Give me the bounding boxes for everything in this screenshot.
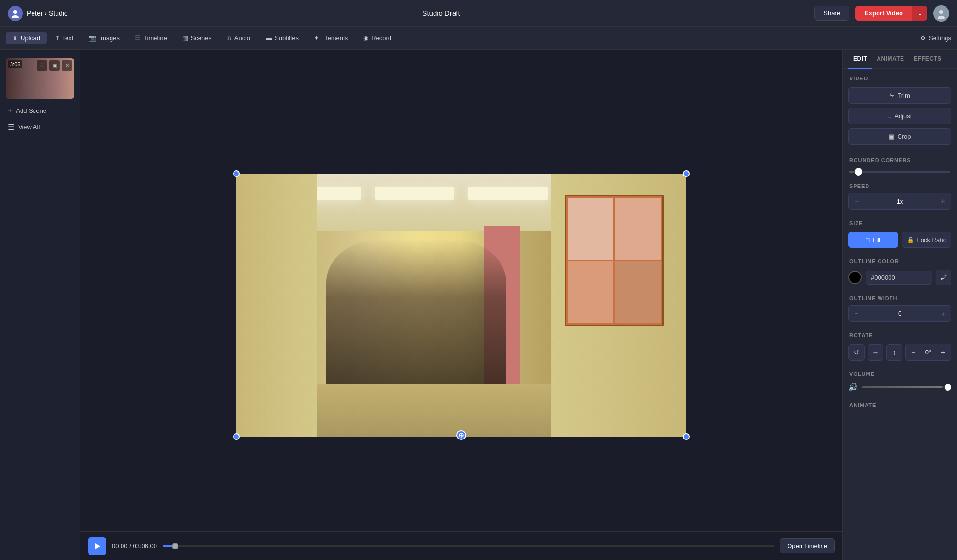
- progress-bar[interactable]: [163, 545, 774, 547]
- animate-header: ANIMATE: [843, 395, 957, 412]
- tab-effects[interactable]: EFFECTS: [909, 50, 946, 69]
- tab-edit[interactable]: EDIT: [848, 50, 872, 69]
- upload-icon: ⇧: [12, 34, 18, 42]
- color-swatch[interactable]: [848, 271, 862, 284]
- scene-time: 3:06: [8, 60, 22, 68]
- view-all-label: View All: [18, 123, 40, 131]
- scene-thumbnail[interactable]: 3:06 ☰ ▣ ✕: [6, 58, 74, 99]
- audio-label: Audio: [234, 34, 250, 42]
- eyedropper-button[interactable]: 🖍: [936, 270, 951, 285]
- flip-h-button[interactable]: ↔: [868, 344, 884, 361]
- subtitles-label: Subtitles: [275, 34, 299, 42]
- main-content: 3:06 ☰ ▣ ✕ + Add Scene ☰ View All: [0, 50, 957, 560]
- timeline-label: Timeline: [144, 34, 167, 42]
- color-value[interactable]: #000000: [866, 271, 932, 285]
- flip-v-button[interactable]: ↕: [886, 344, 902, 361]
- scene-actions: ☰ ▣ ✕: [37, 60, 72, 71]
- handle-top-right[interactable]: [683, 170, 690, 177]
- export-button-group: Export Video ⌄: [855, 6, 927, 21]
- volume-fill: [862, 386, 942, 388]
- outline-increase-button[interactable]: +: [935, 306, 951, 321]
- view-all-button[interactable]: ☰ View All: [0, 119, 80, 135]
- elements-button[interactable]: ✦ Elements: [307, 32, 355, 44]
- handle-top-left[interactable]: [233, 170, 240, 177]
- corridor-scene: [236, 174, 686, 437]
- record-icon: ◉: [363, 34, 368, 42]
- rotate-degrees: 0°: [922, 345, 935, 360]
- avatar: [8, 6, 23, 21]
- rotate-header: ROTATE: [843, 326, 957, 342]
- video-section-header: VIDEO: [843, 69, 957, 85]
- outline-decrease-button[interactable]: −: [849, 306, 865, 321]
- play-button[interactable]: [88, 537, 106, 555]
- subtitles-icon: ▬: [266, 34, 272, 42]
- rotate-ccw-button[interactable]: ↺: [848, 344, 865, 361]
- record-button[interactable]: ◉ Record: [356, 32, 398, 44]
- scene-delete-button[interactable]: ✕: [62, 60, 72, 71]
- svg-marker-7: [95, 543, 100, 549]
- progress-thumb[interactable]: [172, 543, 178, 549]
- user-link[interactable]: Peter: [27, 10, 43, 17]
- crop-icon: ▣: [889, 133, 894, 140]
- light-3: [468, 187, 548, 200]
- speed-control: − 1x +: [848, 193, 951, 210]
- adjust-label: Adjust: [894, 112, 912, 120]
- speed-increase-button[interactable]: +: [935, 193, 951, 209]
- export-chevron-button[interactable]: ⌄: [912, 6, 927, 21]
- playback-bar: 00.00 / 03:06.00 Open Timeline: [80, 531, 842, 560]
- video-controls: ✁ Trim ≡ Adjust ▣ Crop: [843, 85, 957, 151]
- rotate-increase-button[interactable]: +: [935, 344, 951, 360]
- scene-list-icon[interactable]: ☰: [37, 60, 47, 71]
- right-panel-tabs: EDIT ANIMATE EFFECTS: [843, 50, 957, 69]
- handle-bottom-center[interactable]: [456, 430, 466, 440]
- rotate-decrease-button[interactable]: −: [906, 344, 922, 360]
- upload-button[interactable]: ⇧ Upload: [6, 32, 47, 44]
- current-time: 00.00: [112, 542, 128, 549]
- user-avatar[interactable]: [933, 5, 949, 22]
- tab-animate[interactable]: ANIMATE: [872, 50, 909, 69]
- settings-button[interactable]: ⚙ Settings: [920, 34, 951, 42]
- open-timeline-button[interactable]: Open Timeline: [780, 538, 835, 553]
- slider-fill: [849, 171, 855, 173]
- size-row: □ Fill 🔒 Lock Ratio: [843, 230, 957, 252]
- upload-label: Upload: [21, 34, 40, 42]
- rounded-corners-slider[interactable]: [849, 171, 950, 173]
- outline-width-control: − 0 +: [848, 305, 951, 322]
- adjust-button[interactable]: ≡ Adjust: [848, 108, 951, 124]
- volume-thumb[interactable]: [945, 384, 951, 391]
- speed-decrease-button[interactable]: −: [849, 193, 865, 209]
- fill-button[interactable]: □ Fill: [848, 232, 898, 248]
- add-scene-button[interactable]: + Add Scene: [0, 102, 80, 119]
- outline-width-header: OUTLINE WIDTH: [843, 289, 957, 305]
- handle-bottom-right[interactable]: [683, 433, 690, 440]
- share-button[interactable]: Share: [814, 6, 849, 21]
- svg-point-1: [13, 10, 17, 14]
- lock-ratio-button[interactable]: 🔒 Lock Ratio: [902, 232, 952, 248]
- toolbar: ⇧ Upload T Text 📷 Images ☰ Timeline ▦ Sc…: [0, 27, 957, 50]
- canvas-area: 00.00 / 03:06.00 Open Timeline: [80, 50, 842, 560]
- export-button[interactable]: Export Video: [855, 6, 912, 21]
- volume-slider[interactable]: [862, 386, 951, 388]
- breadcrumb: Peter › Studio: [27, 10, 68, 17]
- total-time: 03:06.00: [133, 542, 157, 549]
- scenes-button[interactable]: ▦ Scenes: [176, 32, 218, 44]
- document-title: Studio Draft: [422, 9, 460, 17]
- audio-button[interactable]: ♫ Audio: [220, 32, 257, 44]
- trim-button[interactable]: ✁ Trim: [848, 87, 951, 104]
- crop-button[interactable]: ▣ Crop: [848, 128, 951, 145]
- svg-point-4: [939, 10, 943, 14]
- handle-bottom-left[interactable]: [233, 433, 240, 440]
- volume-icon[interactable]: 🔊: [848, 383, 858, 392]
- subtitles-button[interactable]: ▬ Subtitles: [259, 32, 305, 44]
- images-button[interactable]: 📷 Images: [82, 32, 126, 44]
- rounded-corners-header: ROUNDED CORNERS: [843, 151, 957, 167]
- text-label: Text: [62, 34, 74, 42]
- volume-row: 🔊: [843, 381, 957, 395]
- video-container[interactable]: [236, 174, 686, 437]
- timeline-button[interactable]: ☰ Timeline: [128, 32, 174, 44]
- text-button[interactable]: T Text: [49, 32, 80, 44]
- scene-copy-button[interactable]: ▣: [49, 60, 60, 71]
- adjust-icon: ≡: [888, 112, 892, 120]
- slider-thumb[interactable]: [855, 168, 862, 176]
- record-label: Record: [371, 34, 391, 42]
